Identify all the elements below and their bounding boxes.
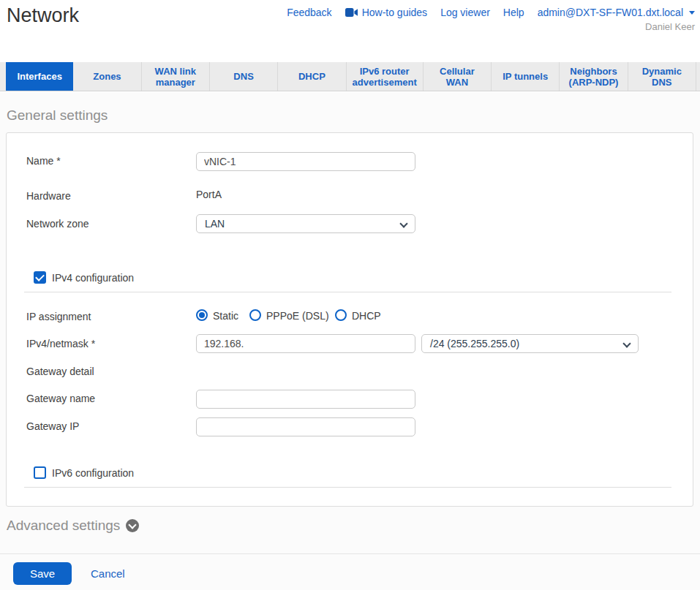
page-title: Network [7, 4, 79, 27]
general-settings-card: Name * Hardware PortA Network zone LAN I… [6, 132, 693, 507]
account-label: admin@DXT-SF-FW01.dxt.local [538, 7, 683, 18]
divider [24, 292, 671, 292]
network-page: Network Feedback How-to guides Log viewe… [0, 0, 700, 590]
netmask-select[interactable]: /24 (255.255.255.0) [421, 334, 639, 353]
tab-dns[interactable]: DNS [210, 62, 278, 91]
tab-strip: Interfaces Zones WAN link manager DNS DH… [6, 62, 696, 91]
radio-pppoe-dsl[interactable] [249, 309, 261, 321]
feedback-label: Feedback [287, 7, 331, 18]
radio-dhcp[interactable] [335, 309, 347, 321]
radio-static[interactable] [196, 309, 208, 321]
howto-guides-label: How-to guides [362, 7, 428, 18]
tab-ipv6-router-advertisement[interactable]: IPv6 router advertisement [347, 62, 424, 91]
tab-cellular-wan[interactable]: Cellular WAN [424, 62, 492, 91]
caret-down-icon [689, 11, 695, 15]
radio-pppoe-dsl-label: PPPoE (DSL) [266, 310, 329, 322]
tab-dhcp[interactable]: DHCP [278, 62, 346, 91]
help-link[interactable]: Help [503, 7, 524, 18]
divider [24, 487, 671, 488]
hardware-value: PortA [196, 189, 222, 200]
tab-wan-link-manager[interactable]: WAN link manager [142, 62, 210, 91]
top-nav: Feedback How-to guides Log viewer Help a… [287, 7, 695, 18]
name-input[interactable] [196, 152, 415, 171]
gateway-ip-input[interactable] [196, 417, 415, 436]
tab-neighbors-arp-ndp[interactable]: Neighbors (ARP-NDP) [560, 62, 628, 91]
account-menu[interactable]: admin@DXT-SF-FW01.dxt.local [538, 7, 695, 18]
cancel-button[interactable]: Cancel [91, 567, 125, 580]
netmask-value: /24 (255.255.255.0) [430, 338, 519, 349]
tab-ip-tunnels[interactable]: IP tunnels [492, 62, 560, 91]
radio-dhcp-label: DHCP [352, 310, 381, 322]
howto-guides-link[interactable]: How-to guides [345, 7, 428, 18]
tab-interfaces[interactable]: Interfaces [6, 62, 73, 91]
advanced-settings-title: Advanced settings [7, 518, 139, 534]
network-zone-value: LAN [205, 218, 225, 230]
network-zone-select[interactable]: LAN [196, 214, 415, 233]
tab-bar: Interfaces Zones WAN link manager DNS DH… [0, 62, 700, 91]
advanced-settings-label: Advanced settings [7, 518, 120, 534]
general-settings-label: General settings [7, 107, 108, 124]
footer-divider [0, 553, 700, 554]
name-label: Name * [26, 155, 61, 167]
log-viewer-link[interactable]: Log viewer [440, 7, 490, 18]
ip-assignment-label: IP assignment [26, 311, 91, 322]
gateway-detail-label: Gateway detail [26, 366, 94, 377]
gateway-name-label: Gateway name [26, 393, 95, 404]
user-name: Daniel Keer [645, 21, 695, 32]
chevron-down-icon [622, 339, 631, 347]
hardware-label: Hardware [26, 190, 71, 202]
tab-dynamic-dns[interactable]: Dynamic DNS [628, 62, 696, 91]
help-label: Help [503, 7, 524, 18]
save-button[interactable]: Save [13, 562, 72, 585]
log-viewer-label: Log viewer [440, 7, 490, 18]
ipv4-netmask-label: IPv4/netmask * [26, 338, 95, 349]
general-settings-title: General settings [7, 107, 108, 124]
tab-zones[interactable]: Zones [73, 62, 141, 91]
expand-chevron-icon[interactable] [126, 519, 139, 532]
ipv4-address-input[interactable] [196, 334, 415, 353]
radio-static-label: Static [213, 310, 238, 322]
ipv6-configuration-label: IPv6 configuration [52, 467, 134, 479]
chevron-down-icon [399, 219, 407, 227]
video-camera-icon [345, 8, 358, 17]
ipv4-configuration-checkbox[interactable] [34, 271, 46, 284]
ipv6-configuration-checkbox[interactable] [34, 466, 46, 479]
gateway-ip-label: Gateway IP [26, 420, 79, 432]
gateway-name-input[interactable] [196, 390, 415, 409]
feedback-link[interactable]: Feedback [287, 7, 331, 18]
network-zone-label: Network zone [26, 218, 89, 230]
ipv4-configuration-label: IPv4 configuration [52, 272, 134, 284]
